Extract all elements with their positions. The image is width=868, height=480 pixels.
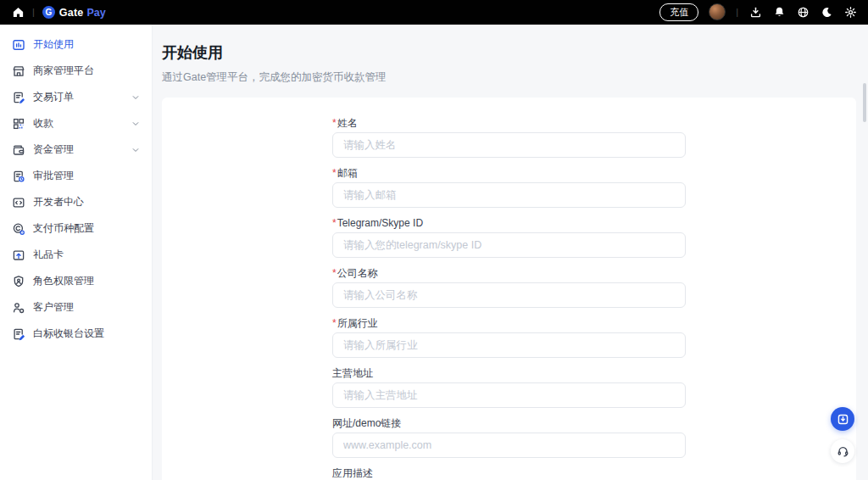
- form-field-4: *所属行业: [332, 317, 686, 358]
- sidebar-item-label: 收款: [33, 116, 53, 131]
- sidebar-item-4[interactable]: 资金管理: [0, 137, 152, 163]
- moon-icon[interactable]: [820, 5, 833, 19]
- sidebar-item-2[interactable]: 交易订单: [0, 84, 152, 110]
- getting-started-icon: [11, 37, 25, 52]
- field-label: *姓名: [332, 117, 686, 129]
- sidebar-item-9[interactable]: 角色权限管理: [0, 268, 152, 294]
- merchant-platform-icon: [11, 64, 25, 78]
- required-asterisk: *: [332, 217, 337, 229]
- field-input-1[interactable]: [332, 182, 686, 208]
- download-icon[interactable]: [748, 5, 762, 19]
- form-field-5: 主营地址: [332, 367, 686, 408]
- brand-name: Gate: [59, 7, 84, 19]
- gift-card-icon: [11, 248, 25, 262]
- sidebar-nav: 开始使用商家管理平台交易订单收款资金管理审批管理开发者中心支付币种配置礼品卡角色…: [0, 31, 152, 347]
- field-label: 主营地址: [332, 367, 686, 379]
- field-label: *Telegram/Skype ID: [332, 217, 686, 229]
- form-field-1: *邮箱: [332, 167, 686, 208]
- sidebar-item-6[interactable]: 开发者中心: [0, 189, 152, 215]
- sidebar-item-label: 白标收银台设置: [33, 327, 104, 341]
- form-field-7: 应用描述: [332, 467, 686, 480]
- sidebar-item-label: 资金管理: [33, 142, 74, 157]
- field-input-2[interactable]: [332, 232, 686, 258]
- field-label: *邮箱: [332, 167, 686, 179]
- bell-icon[interactable]: [772, 5, 786, 19]
- whitelabel-icon: [11, 327, 25, 341]
- chevron-down-icon: [131, 93, 140, 102]
- topbar: | G Gate Pay 充值 |: [0, 0, 868, 25]
- sidebar-item-label: 商家管理平台: [33, 64, 94, 78]
- home-icon[interactable]: [12, 6, 25, 19]
- onboarding-form-card: *姓名*邮箱*Telegram/Skype ID*公司名称*所属行业主营地址网址…: [162, 98, 856, 480]
- roles-shield-icon: [11, 274, 25, 288]
- sidebar-item-10[interactable]: 客户管理: [0, 294, 152, 321]
- form-field-2: *Telegram/Skype ID: [332, 217, 686, 258]
- main-content: 开始使用 通过Gate管理平台，完成您的加密货币收款管理 *姓名*邮箱*Tele…: [153, 25, 868, 480]
- sidebar: 开始使用商家管理平台交易订单收款资金管理审批管理开发者中心支付币种配置礼品卡角色…: [0, 25, 153, 480]
- field-input-3[interactable]: [332, 282, 686, 308]
- sidebar-item-11[interactable]: 白标收银台设置: [0, 321, 152, 347]
- field-label: 应用描述: [332, 467, 686, 479]
- field-input-5[interactable]: [332, 382, 686, 408]
- funds-wallet-icon: [11, 142, 25, 157]
- form-field-6: 网址/demo链接: [332, 417, 686, 458]
- orders-icon: [11, 90, 25, 104]
- sidebar-item-label: 开始使用: [33, 37, 74, 52]
- developer-icon: [11, 195, 25, 209]
- gate-logo-icon: G: [42, 6, 55, 19]
- sidebar-item-0[interactable]: 开始使用: [0, 31, 152, 58]
- sidebar-item-label: 交易订单: [33, 90, 74, 104]
- sidebar-item-label: 礼品卡: [33, 248, 64, 262]
- onboarding-form: *姓名*邮箱*Telegram/Skype ID*公司名称*所属行业主营地址网址…: [332, 98, 686, 480]
- currency-config-icon: [11, 221, 25, 236]
- field-input-6[interactable]: [332, 433, 686, 458]
- sidebar-item-5[interactable]: 审批管理: [0, 163, 152, 189]
- avatar[interactable]: [709, 3, 726, 20]
- customer-support-button[interactable]: [831, 439, 854, 463]
- form-field-3: *公司名称: [332, 267, 686, 308]
- sidebar-item-label: 角色权限管理: [33, 274, 94, 288]
- field-input-0[interactable]: [332, 132, 686, 158]
- required-asterisk: *: [332, 267, 337, 279]
- headset-icon: [837, 445, 849, 458]
- globe-icon[interactable]: [796, 5, 810, 19]
- required-asterisk: *: [332, 317, 337, 329]
- download-app-icon: [837, 413, 849, 426]
- required-asterisk: *: [332, 117, 337, 129]
- chevron-down-icon: [131, 146, 140, 154]
- page-title: 开始使用: [162, 42, 856, 63]
- gear-icon[interactable]: [843, 5, 857, 19]
- chevron-down-icon: [131, 120, 140, 128]
- brand-logo[interactable]: G Gate Pay: [42, 6, 106, 19]
- sidebar-item-7[interactable]: 支付币种配置: [0, 215, 152, 242]
- download-app-button[interactable]: [831, 407, 854, 431]
- page-subtitle: 通过Gate管理平台，完成您的加密货币收款管理: [162, 70, 856, 85]
- recharge-button[interactable]: 充值: [659, 3, 698, 20]
- field-input-4[interactable]: [332, 332, 686, 358]
- form-field-0: *姓名: [332, 117, 686, 158]
- sidebar-item-1[interactable]: 商家管理平台: [0, 58, 152, 84]
- brand-suffix: Pay: [86, 7, 105, 19]
- required-asterisk: *: [332, 167, 337, 179]
- receive-qr-icon: [11, 116, 25, 131]
- approval-icon: [11, 169, 25, 183]
- sidebar-item-label: 客户管理: [33, 300, 74, 315]
- topbar-divider-2: |: [736, 8, 738, 17]
- customers-icon: [11, 300, 25, 315]
- sidebar-item-label: 开发者中心: [33, 195, 84, 209]
- sidebar-item-8[interactable]: 礼品卡: [0, 242, 152, 268]
- sidebar-item-label: 支付币种配置: [33, 221, 94, 236]
- scrollbar-thumb[interactable]: [863, 83, 866, 122]
- topbar-divider: |: [32, 8, 35, 17]
- sidebar-item-label: 审批管理: [33, 169, 74, 183]
- sidebar-item-3[interactable]: 收款: [0, 110, 152, 137]
- field-label: *所属行业: [332, 317, 686, 329]
- field-label: 网址/demo链接: [332, 417, 686, 429]
- field-label: *公司名称: [332, 267, 686, 279]
